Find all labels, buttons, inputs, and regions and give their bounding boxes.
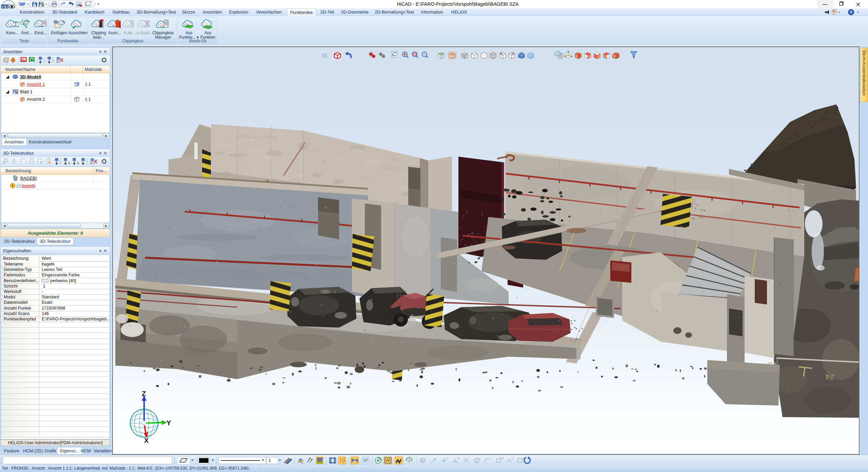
- svg-text:X: X: [144, 437, 149, 444]
- svg-text:−: −: [39, 58, 41, 60]
- svg-text:QP: QP: [500, 457, 504, 460]
- svg-text:Z: Z: [479, 457, 481, 460]
- svg-text:3: 3: [77, 161, 79, 165]
- svg-text:T: T: [468, 457, 470, 460]
- svg-text:F: F: [490, 457, 492, 460]
- svg-text:I: I: [435, 457, 436, 460]
- svg-text:+: +: [82, 159, 84, 161]
- svg-text:Z: Z: [91, 162, 93, 164]
- svg-text:x: x: [302, 461, 303, 465]
- svg-text:+: +: [74, 159, 75, 161]
- svg-text:A: A: [91, 159, 93, 161]
- svg-text:!: !: [12, 184, 14, 188]
- svg-text:3D: 3D: [22, 58, 24, 60]
- svg-text:Z: Z: [142, 391, 146, 397]
- svg-text:+: +: [48, 58, 50, 60]
- svg-text:1: 1: [269, 458, 271, 463]
- svg-text:2: 2: [68, 161, 70, 165]
- svg-text:Z: Z: [57, 60, 59, 63]
- svg-text:+: +: [65, 159, 66, 161]
- svg-text:?: ?: [850, 10, 852, 15]
- svg-text:O: O: [511, 457, 514, 460]
- svg-text:−: −: [56, 159, 57, 161]
- svg-text:J: J: [425, 457, 426, 460]
- svg-text:Y: Y: [166, 419, 171, 427]
- svg-text:A: A: [57, 57, 59, 60]
- svg-text:S: S: [446, 457, 448, 460]
- svg-text:N: N: [457, 457, 459, 460]
